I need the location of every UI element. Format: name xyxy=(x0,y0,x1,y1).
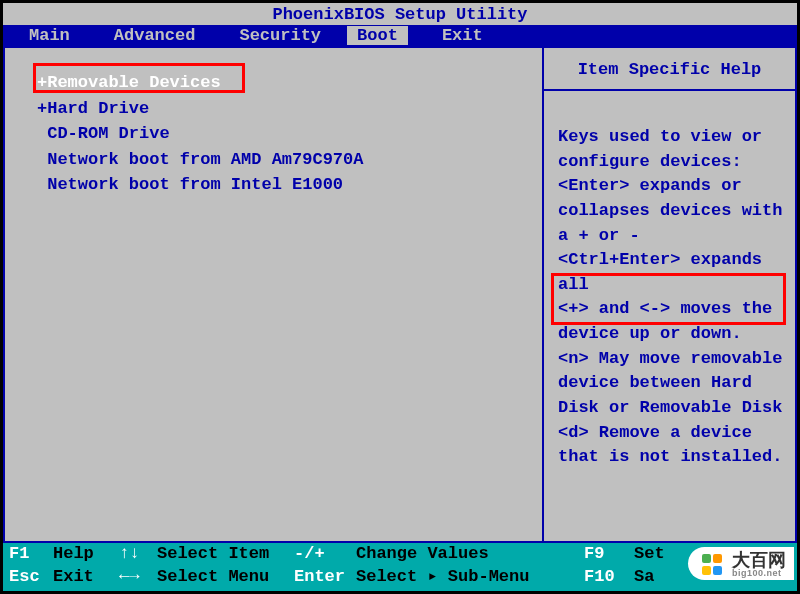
help-line: that is not installed. xyxy=(558,445,783,470)
help-line: <Enter> expands or xyxy=(558,174,783,199)
label-select-submenu: Select ▸ Sub-Menu xyxy=(356,566,584,589)
label-select-menu: Select Menu xyxy=(157,566,294,589)
watermark-domain: big100.net xyxy=(732,569,786,578)
main-area: +Removable Devices +Hard Drive CD-ROM Dr… xyxy=(3,46,797,543)
label-exit: Exit xyxy=(53,566,119,589)
watermark: 大百网 big100.net xyxy=(688,547,794,580)
menu-boot[interactable]: Boot xyxy=(347,26,408,45)
menu-security[interactable]: Security xyxy=(213,26,339,45)
boot-item-removable[interactable]: +Removable Devices xyxy=(37,70,524,96)
menu-advanced[interactable]: Advanced xyxy=(88,26,214,45)
help-body: Keys used to view or configure devices: … xyxy=(544,91,795,480)
label-save-exit: Sa xyxy=(634,566,654,589)
footer-row-2: Esc Exit ←→ Select Menu Enter Select ▸ S… xyxy=(9,566,791,589)
label-change-values: Change Values xyxy=(356,543,584,566)
help-line: <n> May move removable xyxy=(558,347,783,372)
help-line: device up or down. xyxy=(558,322,783,347)
label-help: Help xyxy=(53,543,119,566)
help-panel: Item Specific Help Keys used to view or … xyxy=(544,48,797,541)
label-select-item: Select Item xyxy=(157,543,294,566)
help-line: <d> Remove a device xyxy=(558,421,783,446)
menu-main[interactable]: Main xyxy=(3,26,88,45)
help-line: collapses devices with xyxy=(558,199,783,224)
bios-screen: PhoenixBIOS Setup Utility Main Advanced … xyxy=(3,3,797,591)
boot-item-cdrom[interactable]: CD-ROM Drive xyxy=(37,121,524,147)
app-title: PhoenixBIOS Setup Utility xyxy=(272,5,527,24)
key-enter: Enter xyxy=(294,566,356,589)
footer-key-hints: F1 Help ↑↓ Select Item -/+ Change Values… xyxy=(3,543,797,591)
boot-item-hard-drive[interactable]: +Hard Drive xyxy=(37,96,524,122)
key-plusminus: -/+ xyxy=(294,543,356,566)
key-esc: Esc xyxy=(9,566,53,589)
help-line: device between Hard xyxy=(558,371,783,396)
key-f1: F1 xyxy=(9,543,53,566)
arrows-horizontal-icon: ←→ xyxy=(119,566,157,589)
boot-item-net-intel[interactable]: Network boot from Intel E1000 xyxy=(37,172,524,198)
watermark-logo-icon xyxy=(702,554,724,576)
arrows-vertical-icon: ↑↓ xyxy=(119,543,157,566)
watermark-brand: 大百网 xyxy=(732,551,786,569)
menu-exit[interactable]: Exit xyxy=(416,26,501,45)
help-line: Disk or Removable Disk xyxy=(558,396,783,421)
label-setup-defaults: Set xyxy=(634,543,665,566)
help-line: a + or - xyxy=(558,224,783,249)
footer-row-1: F1 Help ↑↓ Select Item -/+ Change Values… xyxy=(9,543,791,566)
help-line: Keys used to view or xyxy=(558,125,783,150)
boot-item-net-amd[interactable]: Network boot from AMD Am79C970A xyxy=(37,147,524,173)
boot-order-panel: +Removable Devices +Hard Drive CD-ROM Dr… xyxy=(3,48,544,541)
help-line: <+> and <-> moves the xyxy=(558,297,783,322)
help-line: configure devices: xyxy=(558,150,783,175)
boot-order-list[interactable]: +Removable Devices +Hard Drive CD-ROM Dr… xyxy=(37,70,524,198)
title-bar: PhoenixBIOS Setup Utility xyxy=(3,3,797,25)
key-f9: F9 xyxy=(584,543,634,566)
help-line: all xyxy=(558,273,783,298)
help-line: <Ctrl+Enter> expands xyxy=(558,248,783,273)
key-f10: F10 xyxy=(584,566,634,589)
help-title: Item Specific Help xyxy=(544,48,795,91)
menu-bar[interactable]: Main Advanced Security Boot Exit xyxy=(3,25,797,46)
